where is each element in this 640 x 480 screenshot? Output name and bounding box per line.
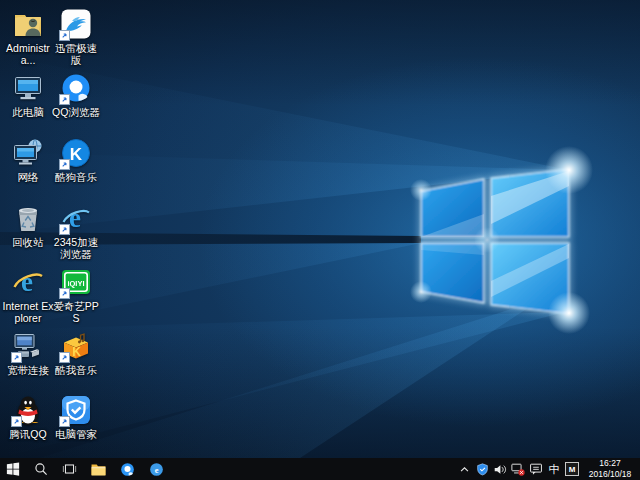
shortcut-arrow-icon (11, 352, 22, 363)
kugou-k-circle-icon: K (60, 137, 92, 169)
action-center-button[interactable] (528, 458, 544, 480)
desktop-icon-label: 电脑管家 (50, 428, 102, 440)
taskbar: e 中 M 16:27 (0, 458, 640, 480)
blue-e-browser-icon: e (60, 202, 92, 234)
svg-text:iQIYI: iQIYI (67, 279, 84, 288)
input-method-button[interactable]: M (564, 458, 580, 480)
ie-e-icon: e (12, 266, 44, 298)
shortcut-arrow-icon (59, 352, 70, 363)
desktop-icon-label: 酷狗音乐 (50, 171, 102, 183)
shortcut-arrow-icon (59, 416, 70, 427)
taskbar-clock[interactable]: 16:27 2016/10/18 (584, 458, 636, 479)
svg-text:K: K (72, 345, 81, 359)
windows-desktop-screen: Administra... 迅雷极速版 此电脑 QQ浏览器 (0, 0, 640, 480)
action-center-icon (529, 462, 543, 476)
qq-browser-taskbar-button[interactable] (113, 458, 142, 480)
desktop-icon-internet-explorer[interactable]: e Internet Explorer (2, 266, 54, 324)
volume-speaker-icon (493, 463, 507, 476)
desktop-icon-broadband[interactable]: 宽带连接 (2, 330, 54, 376)
search-icon (34, 462, 48, 476)
svg-text:e: e (21, 267, 33, 297)
desktop-icon-label: Internet Explorer (2, 300, 54, 324)
blue-e-circle-icon: e (149, 462, 164, 477)
clock-date: 2016/10/18 (584, 469, 636, 480)
desktop-icon-kuwo-music[interactable]: K 酷我音乐 (50, 330, 102, 376)
ime-chinese-icon: 中 (549, 458, 560, 480)
shortcut-arrow-icon (59, 288, 70, 299)
desktop-icon-iqiyi-pps[interactable]: iQIYI 爱奇艺PPS (50, 266, 102, 324)
svg-text:K: K (70, 145, 83, 164)
desktop-icon-label: 爱奇艺PPS (50, 300, 102, 324)
search-button[interactable] (26, 458, 55, 480)
file-explorer-icon (91, 463, 106, 476)
desktop-icon-label: 迅雷极速版 (50, 42, 102, 66)
desktop-icon-label: Administra... (2, 42, 54, 66)
volume-tray-button[interactable] (492, 458, 508, 480)
desktop-icon-label: 回收站 (2, 236, 54, 248)
desktop-icon-label: 腾讯QQ (2, 428, 54, 440)
desktop-icon-label: 宽带连接 (2, 364, 54, 376)
security-tray-button[interactable] (474, 458, 490, 480)
file-explorer-button[interactable] (84, 458, 113, 480)
desktop-icon-xunlei[interactable]: 迅雷极速版 (50, 8, 102, 66)
task-view-icon (62, 462, 77, 476)
clock-time: 16:27 (584, 458, 636, 469)
svg-text:e: e (155, 464, 159, 474)
desktop-icon-administrator[interactable]: Administra... (2, 8, 54, 66)
desktop-icon-2345-browser[interactable]: e 2345加速浏览器 (50, 202, 102, 260)
desktop-icon-network[interactable]: 网络 (2, 137, 54, 183)
desktop-icon-this-pc[interactable]: 此电脑 (2, 72, 54, 118)
ime-indicator[interactable]: 中 (546, 458, 562, 480)
network-tray-button[interactable] (510, 458, 526, 480)
show-hidden-icons-button[interactable] (456, 458, 472, 480)
svg-text:e: e (69, 203, 81, 233)
recycle-bin-icon (12, 202, 44, 234)
start-button[interactable] (0, 458, 26, 480)
2345-browser-taskbar-button[interactable]: e (142, 458, 171, 480)
desktop-icon-label: QQ浏览器 (50, 106, 102, 118)
iqiyi-green-icon: iQIYI (60, 266, 92, 298)
desktop-icon-label: 网络 (2, 171, 54, 183)
kuwo-box-icon: K (60, 330, 92, 362)
shortcut-arrow-icon (59, 94, 70, 105)
desktop-icon-recycle-bin[interactable]: 回收站 (2, 202, 54, 248)
user-folder-icon (12, 8, 44, 40)
desktop-icon-kugou-music[interactable]: K 酷狗音乐 (50, 137, 102, 183)
desktop-icon-qq-browser[interactable]: QQ浏览器 (50, 72, 102, 118)
computer-monitor-icon (12, 72, 44, 104)
qq-penguin-icon (12, 394, 44, 426)
desktop-icon-pc-manager[interactable]: 电脑管家 (50, 394, 102, 440)
security-shield-icon (476, 463, 489, 476)
shield-check-icon (60, 394, 92, 426)
desktop-icon-label: 2345加速浏览器 (50, 236, 102, 260)
desktop-icon-label: 此电脑 (2, 106, 54, 118)
desktop-background[interactable]: Administra... 迅雷极速版 此电脑 QQ浏览器 (0, 0, 640, 480)
xunlei-bird-icon (60, 8, 92, 40)
network-globe-icon (12, 137, 44, 169)
desktop-icon-tencent-qq[interactable]: 腾讯QQ (2, 394, 54, 440)
qq-browser-ring-icon (60, 72, 92, 104)
task-view-button[interactable] (55, 458, 84, 480)
shortcut-arrow-icon (59, 30, 70, 41)
shortcut-arrow-icon (59, 159, 70, 170)
shortcut-arrow-icon (11, 416, 22, 427)
windows-start-icon (6, 462, 20, 476)
input-method-m-icon: M (565, 462, 579, 476)
chevron-up-icon (459, 464, 470, 475)
qq-browser-ring-icon (120, 462, 135, 477)
shortcut-arrow-icon (59, 224, 70, 235)
network-disconnected-icon (511, 462, 525, 476)
system-tray: 中 M 16:27 2016/10/18 (455, 458, 640, 480)
broadband-computers-icon (12, 330, 44, 362)
desktop-icon-label: 酷我音乐 (50, 364, 102, 376)
